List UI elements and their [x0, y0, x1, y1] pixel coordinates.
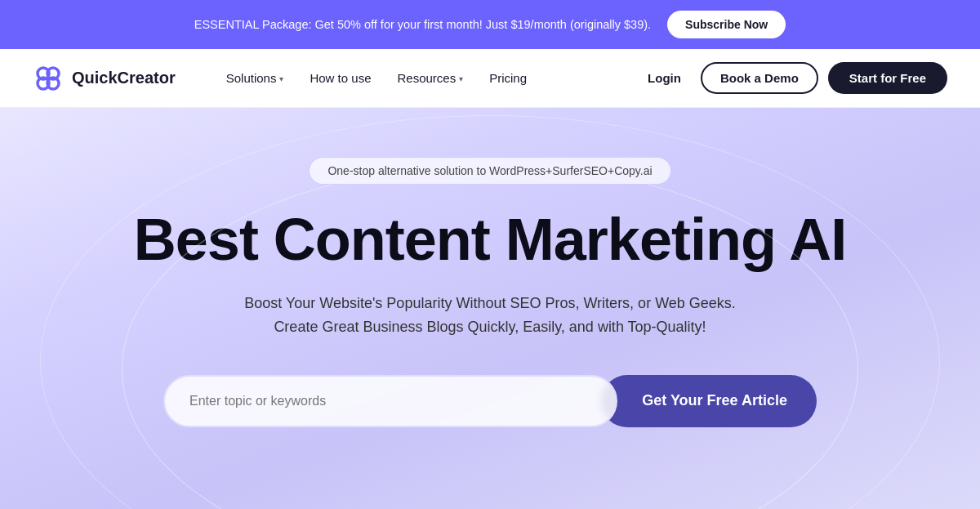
get-free-article-button[interactable]: Get Your Free Article [601, 375, 817, 427]
nav-links: Solutions ▾ How to use Resources ▾ Prici… [216, 65, 638, 92]
topic-keywords-input[interactable] [163, 375, 617, 427]
nav-item-pricing[interactable]: Pricing [479, 65, 537, 92]
top-banner: ESSENTIAL Package: Get 50% off for your … [0, 0, 980, 49]
nav-label-how-to-use: How to use [310, 71, 371, 85]
logo-link[interactable]: QuickCreator [33, 63, 176, 94]
banner-text: ESSENTIAL Package: Get 50% off for your … [194, 18, 651, 31]
hero-cta-area: Get Your Free Article [163, 375, 817, 427]
logo-text: QuickCreator [72, 69, 176, 87]
hero-subtitle-line1: Boost Your Website's Popularity Without … [244, 295, 736, 311]
nav-label-resources: Resources [397, 71, 456, 85]
login-button[interactable]: Login [638, 65, 691, 92]
book-demo-button[interactable]: Book a Demo [701, 62, 818, 94]
hero-subtitle: Boost Your Website's Popularity Without … [244, 292, 736, 339]
hero-title: Best Content Marketing AI [134, 208, 846, 272]
nav-item-how-to-use[interactable]: How to use [300, 65, 381, 92]
nav-label-solutions: Solutions [226, 71, 277, 85]
subscribe-now-button[interactable]: Subscribe Now [667, 11, 786, 38]
navbar: QuickCreator Solutions ▾ How to use Reso… [0, 49, 980, 108]
hero-subtitle-line2: Create Great Business Blogs Quickly, Eas… [274, 319, 706, 335]
nav-item-solutions[interactable]: Solutions ▾ [216, 65, 294, 92]
chevron-down-icon-resources: ▾ [459, 74, 463, 83]
chevron-down-icon: ▾ [279, 74, 283, 83]
hero-badge: One-stop alternative solution to WordPre… [309, 157, 670, 185]
nav-item-resources[interactable]: Resources ▾ [387, 65, 473, 92]
nav-label-pricing: Pricing [489, 71, 527, 85]
logo-icon [33, 63, 64, 94]
start-for-free-button[interactable]: Start for Free [828, 62, 947, 94]
hero-section: One-stop alternative solution to WordPre… [0, 108, 980, 509]
nav-actions: Login Book a Demo Start for Free [638, 62, 947, 94]
